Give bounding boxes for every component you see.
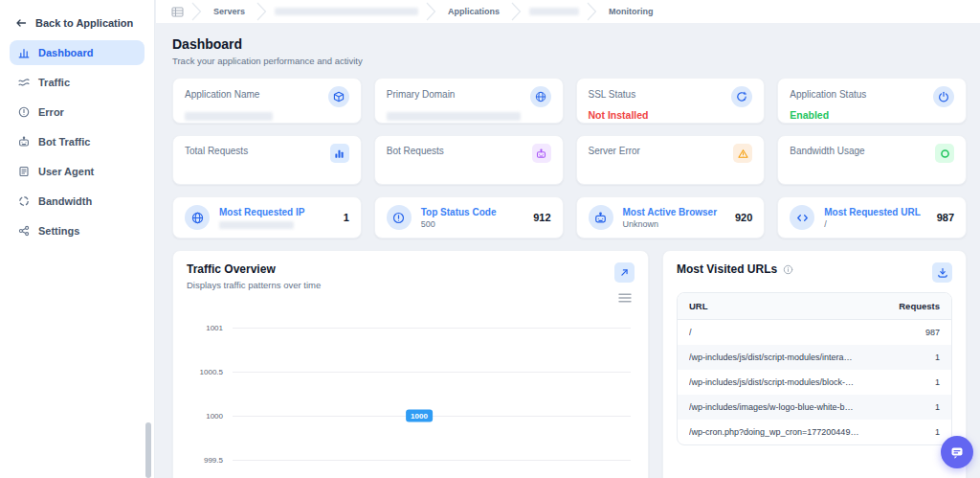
primary-domain-card: Primary Domain bbox=[374, 78, 564, 124]
warning-triangle-icon bbox=[733, 144, 752, 163]
alert-circle-icon bbox=[387, 205, 412, 230]
card-label: Primary Domain bbox=[387, 86, 456, 100]
sidebar-item-label: Error bbox=[38, 106, 64, 118]
breadcrumb-chevron-icon bbox=[511, 2, 522, 21]
requests-cell: 987 bbox=[925, 328, 940, 337]
card-label: Bandwidth Usage bbox=[790, 144, 864, 156]
traffic-chart: 1001 1000.5 1000 999.5 1000 bbox=[187, 324, 635, 472]
breadcrumb-chevron-icon bbox=[191, 2, 202, 21]
highlight-label: Most Active Browser bbox=[623, 207, 718, 217]
alert-circle-icon bbox=[18, 106, 30, 118]
column-header-requests: Requests bbox=[899, 301, 940, 311]
breadcrumb-item-redacted[interactable] bbox=[275, 8, 418, 15]
power-icon[interactable] bbox=[933, 86, 954, 107]
page-subtitle: Track your application performance and a… bbox=[172, 56, 967, 66]
highlight-sub: / bbox=[824, 219, 921, 229]
sidebar-item-bot-traffic[interactable]: Bot Traffic bbox=[10, 129, 145, 154]
most-visited-urls-panel: Most Visited URLs URL Requests bbox=[662, 250, 967, 478]
application-name-card: Application Name bbox=[172, 78, 362, 124]
urls-table: URL Requests / 987 /wp-includes/js/dist/… bbox=[677, 292, 952, 445]
redacted-value bbox=[387, 112, 521, 121]
card-label: Total Requests bbox=[185, 144, 248, 156]
ssl-status-value: Not Installed bbox=[589, 109, 753, 121]
bot-requests-card: Bot Requests 8 View more bbox=[374, 135, 564, 185]
requests-cell: 1 bbox=[935, 402, 940, 412]
sidebar-item-label: Dashboard bbox=[38, 47, 93, 58]
most-requested-ip-card: Most Requested IP 1 bbox=[172, 196, 362, 239]
most-active-browser-card: Most Active Browser Unknown 920 bbox=[576, 196, 766, 239]
card-label: SSL Status bbox=[589, 86, 636, 100]
document-icon bbox=[18, 166, 30, 177]
sidebar-item-dashboard[interactable]: Dashboard bbox=[10, 40, 145, 65]
breadcrumb-item-applications[interactable]: Applications bbox=[444, 7, 503, 16]
sidebar-item-label: Traffic bbox=[38, 77, 70, 88]
sidebar: Back to Application Dashboard Traffic Er… bbox=[0, 0, 155, 478]
ring-icon bbox=[935, 144, 954, 163]
table-row: /wp-includes/js/dist/script-modules/bloc… bbox=[678, 370, 951, 395]
traffic-overview-panel: Traffic Overview Displays traffic patter… bbox=[172, 250, 649, 478]
refresh-icon[interactable] bbox=[731, 86, 752, 107]
highlight-sub: Unknown bbox=[623, 219, 718, 229]
sidebar-scrollbar-thumb[interactable] bbox=[145, 422, 151, 478]
arrow-left-icon bbox=[15, 17, 27, 29]
y-axis-tick: 999.5 bbox=[187, 456, 223, 465]
download-icon[interactable] bbox=[932, 262, 952, 283]
bandwidth-usage-card: Bandwidth Usage 2.52 MB View more bbox=[777, 135, 967, 185]
stat-card-row: Total Requests 1000 View more Bot Reques… bbox=[172, 135, 967, 185]
highlight-value: 920 bbox=[735, 212, 752, 223]
breadcrumb-item-servers[interactable]: Servers bbox=[210, 7, 249, 16]
highlight-value: 1 bbox=[344, 212, 349, 223]
code-brackets-icon bbox=[790, 205, 814, 230]
sidebar-item-user-agent[interactable]: User Agent bbox=[10, 159, 145, 184]
requests-cell: 1 bbox=[935, 427, 940, 437]
table-header-row: URL Requests bbox=[678, 293, 951, 320]
sidebar-item-label: Bot Traffic bbox=[38, 136, 90, 148]
breadcrumb-chevron-icon bbox=[587, 2, 597, 21]
sidebar-item-error[interactable]: Error bbox=[10, 100, 145, 125]
sidebar-item-label: Settings bbox=[38, 225, 79, 237]
sidebar-item-label: Bandwidth bbox=[38, 195, 92, 207]
top-status-code-card: Top Status Code 500 912 bbox=[374, 196, 564, 239]
back-to-application-button[interactable]: Back to Application bbox=[10, 13, 145, 40]
card-label: Bot Requests bbox=[387, 144, 444, 156]
requests-cell: 1 bbox=[935, 377, 940, 387]
chat-button[interactable] bbox=[941, 436, 973, 468]
y-axis-tick: 1000 bbox=[187, 412, 223, 421]
app-window: Back to Application Dashboard Traffic Er… bbox=[0, 0, 980, 478]
server-error-card: Server Error 912 View more bbox=[576, 135, 766, 185]
highlight-label: Top Status Code bbox=[421, 207, 497, 217]
info-icon[interactable] bbox=[783, 264, 793, 275]
expand-icon[interactable] bbox=[614, 262, 635, 283]
highlight-label: Most Requested IP bbox=[219, 207, 304, 217]
url-cell: / bbox=[689, 328, 692, 337]
y-axis-tick: 1000.5 bbox=[187, 368, 223, 376]
robot-icon bbox=[18, 136, 30, 148]
panel-title: Most Visited URLs bbox=[677, 262, 777, 276]
breadcrumb: Servers Applications Monitoring bbox=[156, 0, 980, 23]
panel-subtitle: Displays traffic patterns over time bbox=[187, 280, 321, 290]
highlight-value: 912 bbox=[533, 212, 550, 223]
breadcrumb-item-redacted[interactable] bbox=[529, 8, 579, 15]
breadcrumb-chevron-icon bbox=[256, 2, 267, 21]
chart-menu-icon[interactable] bbox=[618, 293, 632, 303]
breadcrumb-item-monitoring[interactable]: Monitoring bbox=[605, 7, 657, 16]
ring-icon bbox=[18, 195, 30, 207]
card-label: Server Error bbox=[589, 144, 640, 156]
data-point-label[interactable]: 1000 bbox=[406, 410, 433, 422]
sidebar-item-bandwidth[interactable]: Bandwidth bbox=[10, 189, 145, 214]
y-axis-tick: 1001 bbox=[187, 324, 223, 332]
card-label: Application Name bbox=[185, 86, 259, 100]
robot-icon bbox=[532, 144, 551, 163]
robot-icon bbox=[589, 205, 613, 230]
sidebar-item-traffic[interactable]: Traffic bbox=[10, 70, 145, 95]
breadcrumb-chevron-icon bbox=[426, 2, 436, 21]
requests-cell: 1 bbox=[935, 353, 940, 362]
url-cell: /wp-includes/js/dist/script-modules/inte… bbox=[689, 353, 853, 362]
chat-bubble-icon bbox=[949, 445, 965, 460]
column-header-url: URL bbox=[689, 301, 708, 311]
main-content: Dashboard Track your application perform… bbox=[156, 23, 980, 478]
table-row: /wp-includes/js/dist/script-modules/inte… bbox=[678, 345, 951, 370]
page-title: Dashboard bbox=[172, 36, 967, 52]
sidebar-item-settings[interactable]: Settings bbox=[10, 218, 145, 243]
url-cell: /wp-includes/js/dist/script-modules/bloc… bbox=[689, 377, 854, 387]
